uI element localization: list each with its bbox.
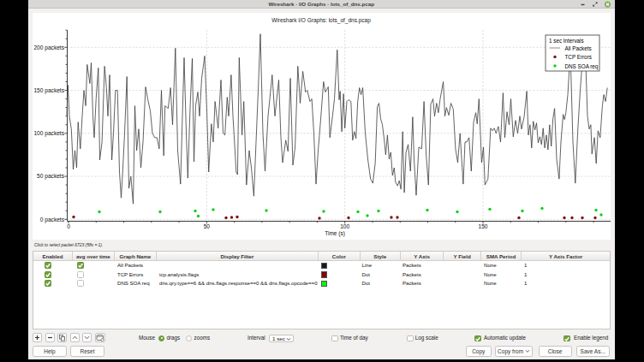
svg-text:150 packets: 150 packets — [33, 87, 64, 94]
svg-text:150: 150 — [478, 223, 487, 229]
svg-text:0: 0 — [67, 223, 70, 229]
svg-text:Time (s): Time (s) — [325, 230, 345, 237]
svg-text:100: 100 — [340, 223, 349, 229]
svg-text:200 packets: 200 packets — [33, 45, 64, 51]
svg-text:TCP Errors: TCP Errors — [565, 54, 592, 60]
svg-text:All Packets: All Packets — [565, 45, 592, 51]
svg-text:DNS SOA req: DNS SOA req — [565, 63, 599, 70]
svg-text:100 packets: 100 packets — [33, 130, 64, 137]
svg-text:0 packets: 0 packets — [40, 217, 65, 223]
svg-text:50: 50 — [204, 223, 211, 229]
svg-text:50 packets: 50 packets — [37, 173, 65, 180]
svg-text:Wireshark I/O Graphs: lots_of_: Wireshark I/O Graphs: lots_of_dns.pcap — [271, 17, 371, 24]
svg-text:1 sec Intervals: 1 sec Intervals — [549, 38, 584, 44]
